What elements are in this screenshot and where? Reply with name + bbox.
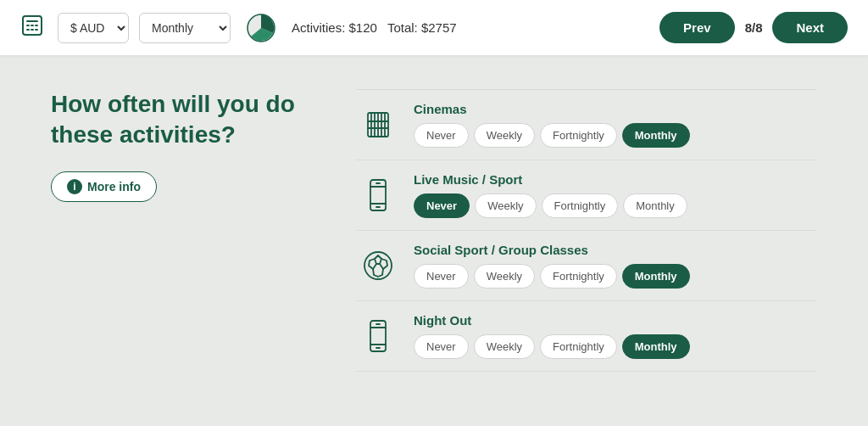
live-music-sport-freq-weekly[interactable]: Weekly [475, 193, 536, 218]
cinemas-freq-fortnightly[interactable]: Fortnightly [540, 123, 617, 148]
page-indicator: 8/8 [745, 20, 763, 35]
period-select[interactable]: Monthly Weekly Fortnightly [139, 13, 231, 43]
night-out-frequency-options: NeverWeeklyFortnightlyMonthly [414, 334, 817, 359]
night-out-freq-monthly[interactable]: Monthly [622, 334, 690, 359]
currency-select[interactable]: $ AUD $ USD € EUR [58, 13, 129, 43]
top-bar: $ AUD $ USD € EUR Monthly Weekly Fortnig… [0, 0, 868, 55]
pie-chart-icon [246, 13, 276, 43]
social-sport-freq-never[interactable]: Never [414, 264, 469, 289]
main-content: How often will you do these activities? … [0, 55, 868, 397]
night-out-details: Night OutNeverWeeklyFortnightlyMonthly [414, 313, 817, 359]
activity-row: Live Music / SportNeverWeeklyFortnightly… [356, 160, 817, 231]
night-out-freq-fortnightly[interactable]: Fortnightly [540, 334, 617, 359]
night-out-freq-never[interactable]: Never [414, 334, 469, 359]
cinemas-freq-never[interactable]: Never [414, 123, 469, 148]
activity-row: Social Sport / Group ClassesNeverWeeklyF… [356, 231, 817, 301]
activity-row: Night OutNeverWeeklyFortnightlyMonthly [356, 301, 817, 372]
cinemas-name: Cinemas [414, 102, 817, 116]
calculator-icon [20, 14, 44, 42]
cinemas-details: CinemasNeverWeeklyFortnightlyMonthly [414, 102, 817, 148]
cinemas-frequency-options: NeverWeeklyFortnightlyMonthly [414, 123, 817, 148]
prev-button[interactable]: Prev [659, 12, 735, 43]
live-music-sport-freq-monthly[interactable]: Monthly [623, 193, 687, 218]
next-button[interactable]: Next [772, 12, 848, 43]
social-sport-details: Social Sport / Group ClassesNeverWeeklyF… [414, 243, 817, 289]
live-music-sport-details: Live Music / SportNeverWeeklyFortnightly… [414, 172, 817, 218]
cinemas-freq-weekly[interactable]: Weekly [474, 123, 535, 148]
social-sport-freq-monthly[interactable]: Monthly [622, 264, 690, 289]
total-cost: Total: $2757 [387, 20, 457, 35]
live-music-sport-icon [356, 173, 400, 217]
live-music-sport-name: Live Music / Sport [414, 172, 817, 187]
activities-cost: Activities: $120 [292, 20, 377, 35]
svg-rect-17 [370, 180, 386, 210]
activity-row: CinemasNeverWeeklyFortnightlyMonthly [356, 89, 817, 160]
night-out-icon [356, 314, 400, 358]
cinemas-freq-monthly[interactable]: Monthly [622, 123, 690, 148]
night-out-freq-weekly[interactable]: Weekly [474, 334, 535, 359]
social-sport-name: Social Sport / Group Classes [414, 243, 817, 257]
live-music-sport-freq-never[interactable]: Never [414, 193, 470, 218]
live-music-sport-frequency-options: NeverWeeklyFortnightlyMonthly [414, 193, 817, 218]
question-title: How often will you do these activities? [51, 89, 305, 151]
social-sport-freq-weekly[interactable]: Weekly [474, 264, 535, 289]
more-info-button[interactable]: i More info [51, 171, 157, 202]
live-music-sport-freq-fortnightly[interactable]: Fortnightly [542, 193, 619, 218]
cinemas-icon [356, 103, 400, 147]
svg-marker-23 [375, 255, 381, 264]
activities-list: CinemasNeverWeeklyFortnightlyMonthly Liv… [356, 89, 817, 372]
night-out-name: Night Out [414, 313, 817, 328]
social-sport-freq-fortnightly[interactable]: Fortnightly [540, 264, 617, 289]
svg-rect-24 [370, 321, 386, 351]
more-info-label: More info [87, 180, 141, 193]
social-sport-icon [356, 244, 400, 288]
social-sport-frequency-options: NeverWeeklyFortnightlyMonthly [414, 264, 817, 289]
left-panel: How often will you do these activities? … [51, 89, 305, 372]
info-icon: i [67, 179, 82, 194]
